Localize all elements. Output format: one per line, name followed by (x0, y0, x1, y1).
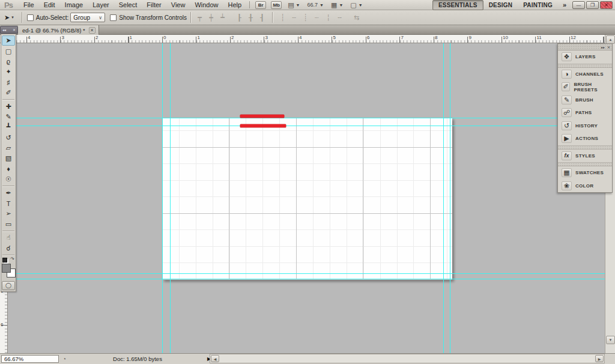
guide-vertical[interactable] (443, 43, 444, 353)
ruler-label-h: 12 (571, 35, 576, 40)
toolbox-divider (2, 255, 14, 255)
quick-mask-mode-button[interactable]: ◯ (2, 281, 15, 290)
eyedropper-tool[interactable]: ✐ (2, 88, 15, 98)
scroll-down-button[interactable]: ▼ (606, 336, 615, 344)
launch-mini-bridge-button[interactable]: Mb (271, 1, 282, 9)
panel-channels[interactable]: ◑CHANNELS (558, 68, 612, 81)
workspace-painting[interactable]: PAINTING (518, 1, 558, 10)
blur-tool[interactable]: ♦ (2, 164, 15, 174)
horizontal-ruler[interactable]: 4321012345678910111213 (8, 35, 605, 43)
panel-swatches-label: SWATCHES (575, 170, 604, 175)
align-top-edges-icon: ┯ (195, 13, 205, 23)
panel-brush-label: BRUSH (575, 97, 593, 103)
scroll-left-button[interactable]: ◀ (211, 355, 219, 362)
panel-layers[interactable]: ❖LAYERS (558, 50, 612, 64)
view-extras-dropdown[interactable]: ▤ ▼ (288, 1, 300, 9)
history-brush-tool[interactable]: ↺ (2, 133, 15, 143)
guide-horizontal[interactable] (8, 273, 605, 274)
close-button[interactable]: ✕ (600, 1, 613, 9)
path-selection-tool[interactable]: ➢ (2, 208, 15, 219)
close-dock-icon[interactable]: ✕ (607, 45, 610, 49)
zoom-tool[interactable]: ☌ (2, 243, 15, 253)
menu-filter[interactable]: Filter (142, 1, 166, 9)
dodge-tool[interactable]: ☉ (2, 174, 15, 184)
expand-panels-icon[interactable]: ▸▸ (601, 45, 605, 49)
workspace-overflow-button[interactable]: » (558, 1, 571, 8)
menu-layer[interactable]: Layer (88, 1, 114, 9)
guide-horizontal[interactable] (8, 126, 605, 126)
brush-tool[interactable]: ✎ (2, 112, 15, 122)
auto-select-checkbox[interactable] (27, 14, 34, 21)
auto-select-dropdown[interactable]: Group ∨ (70, 13, 105, 22)
zoom-level-dropdown[interactable]: 66.7 ▼ (308, 2, 324, 8)
workspace-design[interactable]: DESIGN (483, 1, 518, 10)
close-document-icon[interactable]: ✕ (89, 27, 95, 34)
launch-bridge-button[interactable]: Br (255, 1, 266, 9)
panel-styles[interactable]: fxSTYLES (558, 150, 612, 163)
paths-icon: ☍ (562, 108, 572, 117)
menu-bar: Ps FileEditImageLayerSelectFilterViewWin… (0, 0, 615, 10)
panel-brush-presets[interactable]: ✐BRUSH PRESETS (558, 80, 612, 94)
default-colors-icon[interactable] (2, 258, 7, 262)
ruler-label-h: 6 (367, 35, 369, 40)
type-tool[interactable]: T (2, 198, 15, 208)
horizontal-scrollbar[interactable]: ◀ ▶ (210, 354, 605, 363)
document-canvas[interactable] (162, 118, 452, 280)
arrange-documents-dropdown[interactable]: ▦ ▼ (331, 1, 343, 9)
workspace-essentials[interactable]: ESSENTIALS (432, 0, 483, 10)
brush-icon: ✎ (562, 96, 572, 105)
document-tab[interactable]: ed-1 @ 66.7% (RGB/8) * ✕ (18, 25, 99, 35)
show-transform-controls-checkbox[interactable] (110, 14, 117, 21)
menu-file[interactable]: File (19, 1, 39, 9)
panel-history[interactable]: ↺HISTORY (558, 120, 612, 133)
panel-brush[interactable]: ✎BRUSH (558, 94, 612, 107)
move-tool-icon: ➤ (4, 14, 10, 22)
menu-view[interactable]: View (166, 1, 190, 9)
move-tool[interactable]: ➤ (2, 35, 15, 46)
swatches-icon: ▦ (562, 168, 572, 177)
guide-vertical[interactable] (162, 43, 163, 353)
shape-tool[interactable]: ▭ (2, 219, 15, 229)
guide-horizontal[interactable] (8, 279, 605, 279)
panel-actions[interactable]: ▶ACTIONS (558, 132, 612, 145)
pen-tool[interactable]: ✒ (2, 187, 15, 198)
swap-colors-icon[interactable]: ↷ (10, 256, 14, 262)
panel-paths[interactable]: ☍PATHS (558, 106, 612, 120)
scroll-right-button[interactable]: ▶ (595, 355, 604, 362)
eraser-tool[interactable]: ▱ (2, 143, 15, 153)
current-tool-preset[interactable]: ➤ ▾ (0, 14, 18, 22)
canvas-pasteboard[interactable] (0, 43, 605, 353)
gradient-tool[interactable]: ▧ (2, 153, 15, 163)
guide-vertical[interactable] (170, 43, 171, 353)
ruler-label-h: 0 (163, 35, 166, 40)
minimize-button[interactable]: — (572, 1, 585, 9)
guide-vertical[interactable] (450, 43, 450, 353)
quick-selection-tool[interactable]: ✦ (2, 67, 15, 77)
scroll-up-button[interactable]: ▲ (606, 35, 615, 44)
panel-swatches[interactable]: ▦SWATCHES (558, 166, 612, 180)
menu-help[interactable]: Help (223, 1, 247, 9)
rectangular-marquee-tool[interactable]: ▢ (2, 46, 15, 56)
dock-header[interactable]: ▸▸ ✕ (558, 44, 612, 50)
spot-healing-brush-tool[interactable]: ✚ (2, 101, 15, 111)
hand-tool[interactable]: ☝ (2, 232, 15, 243)
clone-stamp-tool[interactable]: ┻ (2, 122, 15, 132)
screen-mode-dropdown[interactable]: ▢ ▼ (350, 1, 362, 9)
collapse-toolbox-icon[interactable]: ◂◂ (2, 28, 6, 32)
toolbox-panel-header[interactable]: ◂◂ ✕ (0, 26, 18, 34)
crop-tool[interactable]: ♯ (2, 77, 15, 88)
panel-color[interactable]: ❀COLOR (558, 180, 612, 193)
menu-edit[interactable]: Edit (39, 1, 60, 9)
zoom-percentage-field[interactable]: 66.67% (1, 355, 59, 363)
close-toolbox-icon[interactable]: ✕ (13, 28, 16, 32)
foreground-color-swatch[interactable] (2, 264, 11, 273)
menu-image[interactable]: Image (60, 1, 88, 9)
panel-paths-label: PATHS (575, 110, 592, 115)
distribute-top-edges-icon: ┆ (277, 13, 288, 23)
restore-button[interactable]: ❐ (586, 1, 599, 9)
window-controls: — ❐ ✕ (572, 1, 613, 9)
lasso-tool[interactable]: ϱ (2, 56, 15, 67)
menu-window[interactable]: Window (190, 1, 223, 9)
guide-horizontal[interactable] (8, 118, 605, 118)
menu-select[interactable]: Select (114, 1, 142, 9)
